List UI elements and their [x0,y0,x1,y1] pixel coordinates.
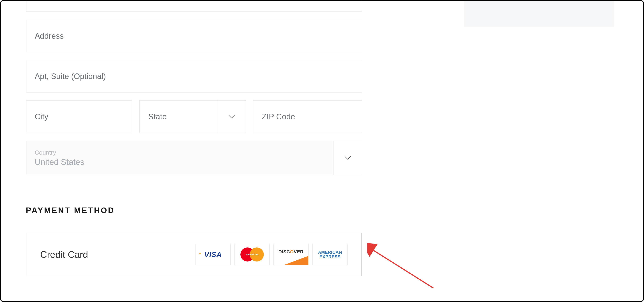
visa-text: VISA [204,250,222,259]
discover-icon: DISCOVER [274,244,308,265]
amex-icon: AMERICANEXPRESS [312,244,348,265]
payment-option-credit-card[interactable]: Credit Card VISA MasterCard DISCOVER [26,233,362,276]
annotation-arrow [367,242,439,288]
state-chevron-box[interactable] [217,101,246,133]
city-state-zip-row: State [26,100,362,133]
country-chevron-box[interactable] [333,141,362,175]
city-input[interactable] [35,112,124,121]
card-icons-row: VISA MasterCard DISCOVER AMERICANEXPRES [196,244,348,265]
amex-text: AMERICANEXPRESS [318,250,342,259]
country-inner: Country United States [26,141,333,175]
prior-field[interactable] [26,0,362,12]
state-select[interactable]: State [140,100,246,133]
state-placeholder: State [148,112,217,121]
mastercard-icon: MasterCard [234,244,270,265]
country-value: United States [35,157,333,167]
payment-method-heading: PAYMENT METHOD [26,206,115,215]
payment-option-label: Credit Card [40,249,88,260]
order-summary-panel [464,1,614,27]
country-select[interactable]: Country United States [26,141,362,175]
zip-input[interactable] [262,112,353,121]
chevron-down-icon [343,153,352,163]
discover-text: DISCOVER [278,249,304,255]
address-input[interactable] [35,32,353,41]
svg-line-1 [371,249,434,288]
country-label: Country [35,149,333,156]
chevron-down-icon [227,112,236,121]
page-frame: State Country United States [0,0,644,302]
city-field[interactable] [26,100,132,133]
address-field[interactable] [26,20,362,52]
apt-field[interactable] [26,60,362,92]
visa-icon: VISA [196,244,230,265]
mastercard-text: MasterCard [246,253,258,256]
zip-field[interactable] [253,100,362,133]
apt-input[interactable] [35,72,353,81]
